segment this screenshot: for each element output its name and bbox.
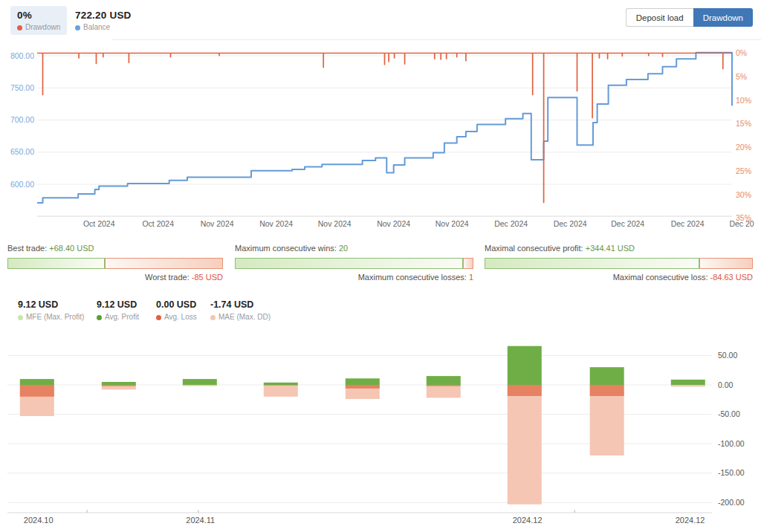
chart-mode-toggle: Deposit load Drawdown: [626, 8, 753, 27]
trade-stats-row: Best trade: +68.40 USDWorst trade: -85 U…: [0, 244, 761, 287]
mae-bar: [183, 385, 217, 386]
avg-profit-bar: [20, 379, 54, 385]
trade-metric: 9.12 USDAvg. Profit: [97, 299, 139, 321]
win-loss-bar: [7, 258, 223, 269]
drawdown-value: 0%: [17, 10, 60, 21]
metric-value: -1.74 USD: [210, 299, 271, 310]
svg-text:Nov 2024: Nov 2024: [435, 219, 469, 228]
svg-text:Dec 2024: Dec 2024: [554, 219, 587, 228]
stat-top-label: Best trade: +68.40 USD: [7, 244, 223, 255]
svg-text:25%: 25%: [736, 166, 751, 175]
svg-text:-200.00: -200.00: [718, 498, 745, 507]
avg-profit-bar: [508, 346, 542, 385]
mae-bar: [508, 385, 542, 505]
svg-text:2024.10: 2024.10: [24, 516, 54, 525]
avg-loss-bar: [102, 385, 136, 386]
balance-drawdown-chart: 800.00750.00700.00650.00600.000%5%10%15%…: [0, 42, 761, 239]
avg-profit-bar: [590, 367, 624, 385]
balance-value: 722.20 USD: [75, 10, 132, 21]
mae-bar: [671, 385, 705, 386]
svg-text:30%: 30%: [736, 190, 751, 199]
legend-dot-icon: [18, 315, 23, 320]
svg-text:650.00: 650.00: [10, 147, 34, 156]
avg-loss-bar: [264, 385, 298, 386]
stat-top-label: Maximal consecutive profit: +344.41 USD: [485, 244, 753, 255]
avg-profit-bar: [264, 383, 298, 385]
bar-green-segment: [485, 258, 699, 269]
svg-text:2024.12: 2024.12: [676, 516, 705, 525]
drawdown-sublabel: Drawdown: [17, 23, 60, 31]
stat-block: Best trade: +68.40 USDWorst trade: -85 U…: [7, 244, 223, 282]
win-loss-bar: [485, 258, 753, 269]
metric-value: 9.12 USD: [18, 299, 84, 310]
stat-bottom-label: Maximal consecutive loss: -84.63 USD: [485, 273, 753, 282]
header-divider: [111, 39, 761, 40]
avg-loss-bar: [508, 385, 542, 396]
avg-loss-bar: [427, 385, 461, 386]
trade-metric: -1.74 USDMAE (Max. DD): [210, 299, 271, 321]
metric-label: Avg. Loss: [156, 313, 197, 321]
mfe-mae-chart: 50.000.00-50.00-100.00-150.00-200.002024…: [0, 333, 761, 532]
mae-bar: [427, 385, 461, 398]
legend-dot-icon: [156, 315, 161, 320]
avg-profit-bar: [427, 376, 461, 385]
trading-statistics-report: 0% Drawdown 722.20 USD Balance Deposit l…: [0, 0, 761, 532]
drawdown-dot-icon: [17, 25, 22, 30]
svg-text:2024.12: 2024.12: [513, 516, 543, 525]
bar-red-segment: [105, 258, 224, 269]
svg-text:700.00: 700.00: [10, 115, 34, 124]
drawdown-summary: 0% Drawdown: [10, 6, 67, 35]
metric-label: Avg. Profit: [97, 313, 139, 321]
svg-text:Dec 2024: Dec 2024: [611, 219, 644, 228]
svg-text:750.00: 750.00: [10, 83, 34, 92]
avg-profit-bar: [671, 380, 705, 385]
svg-text:Nov 2024: Nov 2024: [318, 219, 352, 228]
bar-red-segment: [699, 258, 753, 269]
svg-text:Dec 2024: Dec 2024: [671, 219, 705, 228]
svg-text:Nov 2024: Nov 2024: [201, 219, 234, 228]
avg-loss-bar: [20, 385, 54, 397]
avg-profit-bar: [346, 378, 380, 385]
svg-text:5%: 5%: [736, 72, 747, 81]
metric-label: MAE (Max. DD): [210, 313, 271, 321]
drawdown-button[interactable]: Drawdown: [693, 8, 753, 27]
balance-sublabel: Balance: [75, 23, 132, 31]
svg-text:Oct 2024: Oct 2024: [83, 219, 115, 228]
svg-text:50.00: 50.00: [718, 351, 737, 360]
svg-text:Dec 2024: Dec 2024: [494, 219, 528, 228]
svg-text:Nov 2024: Nov 2024: [259, 219, 293, 228]
metric-value: 9.12 USD: [97, 299, 139, 310]
stat-bottom-label: Maximum consecutive losses: 1: [235, 273, 473, 282]
stat-block: Maximum consecutive wins: 20Maximum cons…: [235, 244, 473, 282]
avg-profit-bar: [183, 379, 217, 385]
metric-value: 0.00 USD: [156, 299, 197, 310]
bar-green-segment: [7, 258, 105, 269]
svg-text:20%: 20%: [736, 143, 751, 152]
trade-metrics-row: 9.12 USDMFE (Max. Profit)9.12 USDAvg. Pr…: [0, 299, 761, 326]
bar-green-segment: [235, 258, 463, 269]
stat-top-label: Maximum consecutive wins: 20: [235, 244, 473, 255]
bar-red-segment: [463, 258, 473, 269]
svg-text:2024.11: 2024.11: [186, 516, 215, 525]
svg-text:-50.00: -50.00: [718, 409, 740, 418]
svg-text:600.00: 600.00: [10, 180, 34, 189]
trade-metric: 0.00 USDAvg. Loss: [156, 299, 197, 321]
svg-text:Dec 20: Dec 20: [729, 219, 754, 228]
stat-bottom-label: Worst trade: -85 USD: [7, 273, 223, 282]
balance-summary: 722.20 USD Balance: [75, 6, 132, 35]
svg-text:Nov 2024: Nov 2024: [377, 219, 410, 228]
svg-text:Oct 2024: Oct 2024: [142, 219, 174, 228]
svg-text:15%: 15%: [736, 119, 751, 128]
avg-loss-bar: [590, 385, 624, 396]
deposit-load-button[interactable]: Deposit load: [626, 8, 693, 27]
balance-dot-icon: [75, 25, 80, 30]
stat-block: Maximal consecutive profit: +344.41 USDM…: [485, 244, 753, 282]
metric-label: MFE (Max. Profit): [18, 313, 84, 321]
svg-text:0.00: 0.00: [718, 380, 734, 389]
legend-dot-icon: [97, 315, 102, 320]
avg-profit-bar: [102, 382, 136, 385]
svg-text:0%: 0%: [736, 48, 747, 57]
svg-text:-150.00: -150.00: [718, 468, 745, 477]
win-loss-bar: [235, 258, 473, 269]
mae-bar: [264, 385, 298, 397]
